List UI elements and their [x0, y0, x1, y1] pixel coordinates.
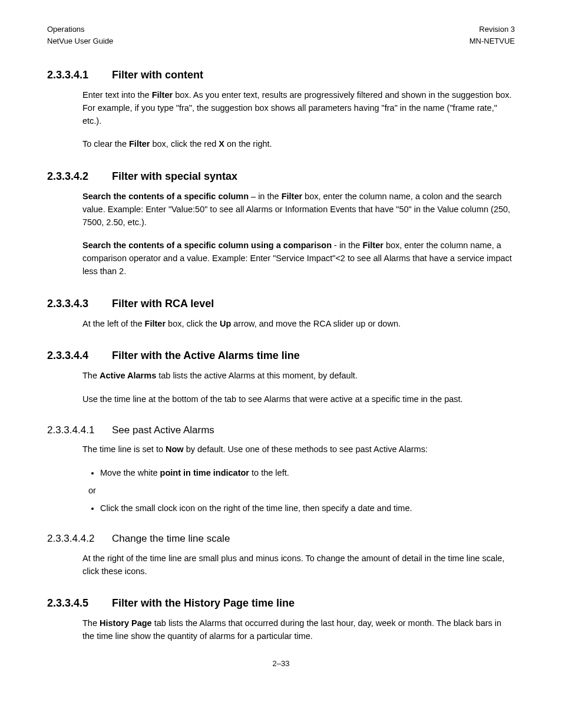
- text: Move the white: [100, 468, 160, 477]
- bold-text: Search the contents of a specific column: [82, 192, 249, 201]
- paragraph: Enter text into the Filter box. As you e…: [82, 89, 515, 127]
- bold-text: Filter: [145, 319, 166, 328]
- text: - in the: [332, 241, 362, 250]
- header-right-line2: MN-NETVUE: [470, 35, 515, 47]
- page-number: 2–33: [47, 658, 515, 670]
- paragraph: The Active Alarms tab lists the active A…: [82, 370, 515, 383]
- text: tab lists the active Alarms at this mome…: [156, 371, 358, 380]
- paragraph: The History Page tab lists the Alarms th…: [82, 617, 515, 643]
- bold-text: Now: [166, 444, 184, 454]
- heading-number: 2.3.3.4.4: [47, 348, 112, 364]
- section-body: At the right of the time line are small …: [82, 552, 515, 578]
- heading-title: See past Active Alarms: [112, 423, 214, 438]
- bold-text: point in time indicator: [160, 468, 249, 477]
- list-item: Click the small clock icon on the right …: [100, 502, 515, 515]
- header-left-line1: Operations: [47, 24, 113, 35]
- list-item: Move the white point in time indicator t…: [100, 467, 515, 480]
- text: Enter text into the: [82, 90, 152, 100]
- heading-number: 2.3.3.4.3: [47, 296, 112, 312]
- section-body: The History Page tab lists the Alarms th…: [82, 617, 515, 643]
- text: The: [82, 371, 100, 380]
- page-header: Operations NetVue User Guide Revision 3 …: [47, 24, 515, 47]
- bold-text: Active Alarms: [100, 371, 156, 380]
- heading-title: Change the time line scale: [112, 531, 230, 546]
- paragraph: The time line is set to Now by default. …: [82, 443, 515, 456]
- bold-text: Filter: [282, 192, 302, 201]
- bullet-list: Move the white point in time indicator t…: [100, 467, 515, 480]
- section-body: The Active Alarms tab lists the active A…: [82, 370, 515, 406]
- text: At the left of the: [82, 319, 145, 328]
- paragraph: At the left of the Filter box, click the…: [82, 318, 515, 331]
- heading-title: Filter with content: [112, 67, 203, 83]
- text: by default. Use one of these methods to …: [184, 444, 428, 454]
- section-body: At the left of the Filter box, click the…: [82, 318, 515, 331]
- heading-see-past-alarms: 2.3.3.4.4.1 See past Active Alarms: [47, 423, 515, 438]
- text: arrow, and move the RCA slider up or dow…: [231, 319, 401, 328]
- text: The time line is set to: [82, 444, 166, 454]
- section-body: The time line is set to Now by default. …: [82, 443, 515, 515]
- section-body: Search the contents of a specific column…: [82, 190, 515, 278]
- heading-filter-content: 2.3.3.4.1 Filter with content: [47, 67, 515, 83]
- text: – in the: [249, 192, 282, 201]
- text: to the left.: [249, 468, 289, 477]
- heading-filter-syntax: 2.3.3.4.2 Filter with special syntax: [47, 169, 515, 185]
- heading-title: Filter with special syntax: [112, 169, 237, 185]
- section-body: Enter text into the Filter box. As you e…: [82, 89, 515, 151]
- header-left: Operations NetVue User Guide: [47, 24, 113, 47]
- text: on the right.: [224, 139, 272, 149]
- heading-number: 2.3.3.4.1: [47, 67, 112, 83]
- bold-text: Filter: [129, 139, 150, 149]
- header-right: Revision 3 MN-NETVUE: [470, 24, 515, 47]
- paragraph: Search the contents of a specific column…: [82, 239, 515, 278]
- paragraph: Search the contents of a specific column…: [82, 190, 515, 229]
- paragraph: Use the time line at the bottom of the t…: [82, 393, 515, 406]
- paragraph: To clear the Filter box, click the red X…: [82, 138, 515, 151]
- heading-number: 2.3.3.4.4.1: [47, 423, 112, 438]
- bold-text: X: [219, 139, 224, 149]
- text: To clear the: [82, 139, 129, 149]
- header-left-line2: NetVue User Guide: [47, 35, 113, 47]
- bold-text: Filter: [152, 90, 173, 100]
- bold-text: Up: [220, 319, 231, 328]
- bold-text: History Page: [100, 618, 152, 628]
- or-text: or: [88, 485, 515, 498]
- heading-filter-rca: 2.3.3.4.3 Filter with RCA level: [47, 296, 515, 312]
- heading-filter-active-alarms: 2.3.3.4.4 Filter with the Active Alarms …: [47, 348, 515, 364]
- text: The: [82, 618, 100, 628]
- heading-number: 2.3.3.4.2: [47, 169, 112, 185]
- bold-text: Filter: [362, 241, 383, 250]
- heading-title: Filter with the History Page time line: [112, 595, 295, 611]
- heading-title: Filter with the Active Alarms time line: [112, 348, 300, 364]
- heading-filter-history-page: 2.3.3.4.5 Filter with the History Page t…: [47, 595, 515, 611]
- bold-text: Search the contents of a specific column…: [82, 241, 332, 250]
- heading-number: 2.3.3.4.5: [47, 595, 112, 611]
- text: box, click the: [166, 319, 220, 328]
- paragraph: At the right of the time line are small …: [82, 552, 515, 578]
- heading-title: Filter with RCA level: [112, 296, 214, 312]
- text: box, click the red: [150, 139, 219, 149]
- bullet-list: Click the small clock icon on the right …: [100, 502, 515, 515]
- header-right-line1: Revision 3: [470, 24, 515, 35]
- heading-number: 2.3.3.4.4.2: [47, 531, 112, 546]
- heading-change-timeline-scale: 2.3.3.4.4.2 Change the time line scale: [47, 531, 515, 546]
